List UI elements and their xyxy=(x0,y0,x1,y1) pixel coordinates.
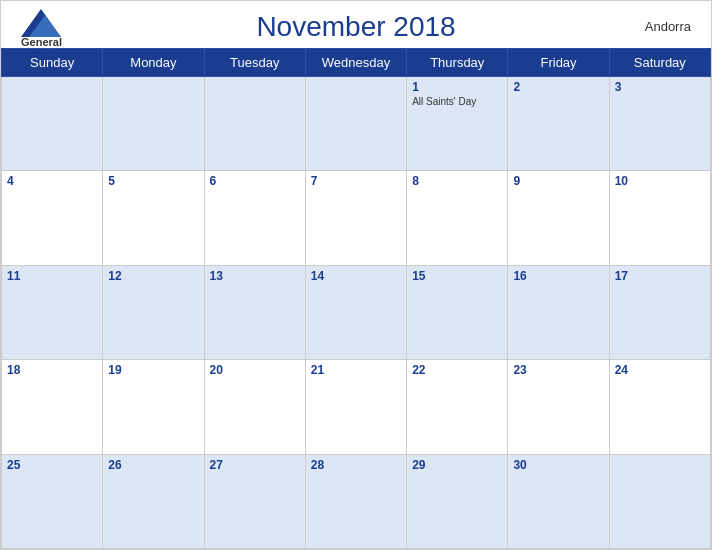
calendar-day-cell: 10 xyxy=(609,171,710,265)
calendar-day-cell: 16 xyxy=(508,265,609,359)
day-number: 3 xyxy=(615,80,705,94)
calendar-day-cell: 26 xyxy=(103,454,204,548)
calendar-day-cell: 5 xyxy=(103,171,204,265)
calendar-day-cell: 14 xyxy=(305,265,406,359)
calendar-week-row: 252627282930 xyxy=(2,454,711,548)
calendar-week-row: 45678910 xyxy=(2,171,711,265)
calendar-day-cell: 17 xyxy=(609,265,710,359)
calendar-day-cell: 1All Saints' Day xyxy=(407,77,508,171)
calendar-day-cell xyxy=(103,77,204,171)
calendar-day-cell: 18 xyxy=(2,360,103,454)
calendar-week-row: 1All Saints' Day23 xyxy=(2,77,711,171)
calendar-week-row: 11121314151617 xyxy=(2,265,711,359)
calendar-day-cell xyxy=(305,77,406,171)
day-number: 12 xyxy=(108,269,198,283)
day-number: 7 xyxy=(311,174,401,188)
day-number: 30 xyxy=(513,458,603,472)
calendar-day-cell: 6 xyxy=(204,171,305,265)
day-number: 8 xyxy=(412,174,502,188)
day-number: 13 xyxy=(210,269,300,283)
event-label: All Saints' Day xyxy=(412,96,502,107)
day-number: 16 xyxy=(513,269,603,283)
calendar-day-cell: 3 xyxy=(609,77,710,171)
day-of-week-header: Saturday xyxy=(609,49,710,77)
day-number: 1 xyxy=(412,80,502,94)
day-number: 10 xyxy=(615,174,705,188)
day-of-week-header: Thursday xyxy=(407,49,508,77)
day-number: 25 xyxy=(7,458,97,472)
logo-icon xyxy=(21,9,61,37)
calendar-body: 1All Saints' Day234567891011121314151617… xyxy=(2,77,711,549)
calendar-day-cell: 22 xyxy=(407,360,508,454)
calendar-day-cell xyxy=(2,77,103,171)
day-number: 11 xyxy=(7,269,97,283)
calendar-day-cell: 20 xyxy=(204,360,305,454)
calendar-day-cell: 11 xyxy=(2,265,103,359)
day-number: 26 xyxy=(108,458,198,472)
calendar-week-row: 18192021222324 xyxy=(2,360,711,454)
month-title: November 2018 xyxy=(256,11,455,43)
calendar-day-cell: 27 xyxy=(204,454,305,548)
day-number: 19 xyxy=(108,363,198,377)
calendar-day-cell: 8 xyxy=(407,171,508,265)
calendar-day-cell: 15 xyxy=(407,265,508,359)
calendar-day-cell: 29 xyxy=(407,454,508,548)
day-number: 20 xyxy=(210,363,300,377)
calendar-day-cell: 30 xyxy=(508,454,609,548)
day-number: 21 xyxy=(311,363,401,377)
calendar-day-cell: 12 xyxy=(103,265,204,359)
calendar-day-cell: 24 xyxy=(609,360,710,454)
day-number: 24 xyxy=(615,363,705,377)
days-of-week-row: SundayMondayTuesdayWednesdayThursdayFrid… xyxy=(2,49,711,77)
day-number: 22 xyxy=(412,363,502,377)
day-number: 5 xyxy=(108,174,198,188)
day-number: 4 xyxy=(7,174,97,188)
day-number: 18 xyxy=(7,363,97,377)
day-number: 2 xyxy=(513,80,603,94)
day-number: 27 xyxy=(210,458,300,472)
calendar-header: General Blue November 2018 Andorra xyxy=(1,1,711,48)
calendar-day-cell: 4 xyxy=(2,171,103,265)
calendar-day-cell: 28 xyxy=(305,454,406,548)
calendar-day-cell xyxy=(204,77,305,171)
day-number: 23 xyxy=(513,363,603,377)
day-number: 14 xyxy=(311,269,401,283)
calendar-day-cell: 9 xyxy=(508,171,609,265)
country-label: Andorra xyxy=(645,19,691,34)
calendar-container: General Blue November 2018 Andorra Sunda… xyxy=(0,0,712,550)
day-number: 17 xyxy=(615,269,705,283)
day-number: 9 xyxy=(513,174,603,188)
calendar-day-cell: 21 xyxy=(305,360,406,454)
calendar-day-cell xyxy=(609,454,710,548)
day-of-week-header: Monday xyxy=(103,49,204,77)
logo-blue-text: Blue xyxy=(30,48,54,59)
calendar-day-cell: 13 xyxy=(204,265,305,359)
day-number: 28 xyxy=(311,458,401,472)
calendar-header-row: SundayMondayTuesdayWednesdayThursdayFrid… xyxy=(2,49,711,77)
calendar-day-cell: 2 xyxy=(508,77,609,171)
day-of-week-header: Wednesday xyxy=(305,49,406,77)
calendar-day-cell: 23 xyxy=(508,360,609,454)
logo: General Blue xyxy=(21,9,62,59)
calendar-day-cell: 25 xyxy=(2,454,103,548)
day-number: 15 xyxy=(412,269,502,283)
day-of-week-header: Friday xyxy=(508,49,609,77)
day-number: 29 xyxy=(412,458,502,472)
calendar-day-cell: 7 xyxy=(305,171,406,265)
calendar-day-cell: 19 xyxy=(103,360,204,454)
calendar-table: SundayMondayTuesdayWednesdayThursdayFrid… xyxy=(1,48,711,549)
day-of-week-header: Tuesday xyxy=(204,49,305,77)
day-number: 6 xyxy=(210,174,300,188)
